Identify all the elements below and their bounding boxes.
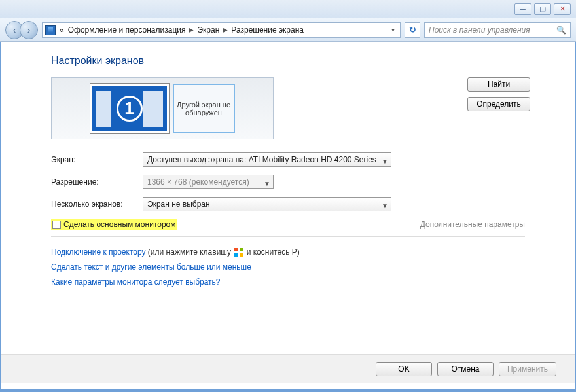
apply-button[interactable]: Применить [499,362,556,376]
minimize-button[interactable]: ─ [514,3,531,15]
monitor-number: 1 [117,96,143,122]
breadcrumb-item-1[interactable]: Оформление и персонализация [68,26,186,35]
control-panel-icon [45,25,56,35]
primary-monitor-checkbox[interactable] [52,221,61,229]
breadcrumb-dropdown-icon[interactable]: ▾ [389,26,397,33]
search-placeholder: Поиск в панели управления [429,26,530,35]
dialog-button-bar: OK Отмена Применить [0,354,576,383]
chevron-down-icon: ▼ [382,200,388,213]
breadcrumb-laquo: « [60,26,64,35]
projector-link[interactable]: Подключение к проектору [51,247,146,257]
breadcrumb-item-2[interactable]: Экран [197,26,219,35]
cancel-button[interactable]: Отмена [437,362,494,376]
resolution-label: Разрешение: [51,177,143,187]
multi-screen-select[interactable]: Экран не выбран ▼ [143,197,391,211]
resolution-select[interactable]: 1366 × 768 (рекомендуется) ▼ [143,175,274,189]
resolution-select-value: 1366 × 768 (рекомендуется) [147,177,249,187]
screen-label: Экран: [51,155,143,164]
window-titlebar: ─ ▢ ✕ [0,0,576,18]
advanced-settings-link[interactable]: Дополнительные параметры [420,220,530,229]
ok-button[interactable]: OK [376,362,432,376]
display-preview[interactable]: 1 Другой экран не обнаружен [51,77,274,139]
refresh-button[interactable]: ↻ [405,22,420,38]
windows-key-icon [234,248,243,257]
address-bar: ‹ › « Оформление и персонализация ▶ Экра… [0,18,576,42]
help-links: Подключение к проектору (или нажмите кла… [46,245,530,289]
close-button[interactable]: ✕ [554,3,571,15]
monitor-1[interactable]: 1 [90,84,169,133]
chevron-right-icon: ▶ [189,26,194,33]
chevron-down-icon: ▼ [382,155,388,168]
search-icon: 🔍 [556,26,566,35]
text-size-link[interactable]: Сделать текст и другие элементы больше и… [51,262,251,272]
screen-select-value: Доступен выход экрана на: ATI Mobility R… [147,155,376,164]
breadcrumb-item-3[interactable]: Разрешение экрана [231,26,304,35]
primary-monitor-label: Сделать основным монитором [63,220,176,229]
display-preview-row: 1 Другой экран не обнаружен Найти Опреде… [46,77,530,139]
multi-screen-select-value: Экран не выбран [147,200,210,209]
primary-monitor-highlight: Сделать основным монитором [51,219,177,230]
maximize-button[interactable]: ▢ [534,3,551,15]
nav-buttons: ‹ › [5,21,38,39]
projector-hint-b: и коснитесь P) [247,247,300,257]
breadcrumb[interactable]: « Оформление и персонализация ▶ Экран ▶ … [42,22,401,38]
find-button[interactable]: Найти [467,77,530,92]
screen-select[interactable]: Доступен выход экрана на: ATI Mobility R… [143,152,391,167]
content-area: Настройки экранов 1 Другой экран не обна… [0,42,576,392]
detect-button[interactable]: Определить [467,97,530,111]
chevron-down-icon: ▼ [264,177,270,190]
monitor-placeholder[interactable]: Другой экран не обнаружен [173,84,235,133]
divider [51,236,525,237]
which-settings-link[interactable]: Какие параметры монитора следует выбрать… [51,277,221,287]
multi-screen-label: Несколько экранов: [51,200,143,209]
page-title: Настройки экранов [46,55,530,67]
search-input[interactable]: Поиск в панели управления 🔍 [424,22,571,38]
projector-hint-a: (или нажмите клавишу [148,247,234,257]
forward-button[interactable]: › [20,21,38,39]
chevron-right-icon: ▶ [223,26,228,33]
